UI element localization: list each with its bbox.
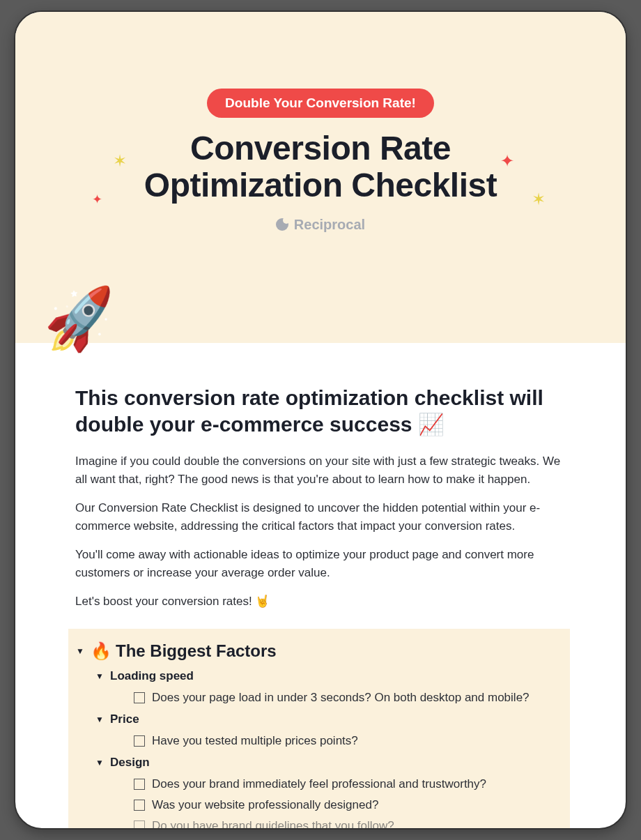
checkbox-icon[interactable] <box>134 692 145 703</box>
section-title-text: The Biggest Factors <box>116 641 277 661</box>
sparkle-icon: ✶ <box>532 190 546 209</box>
chevron-down-icon: ▼ <box>75 646 85 656</box>
checklist-section: ▼ 🔥 The Biggest Factors ▼ Loading speed … <box>68 629 570 830</box>
intro-paragraph: Our Conversion Rate Checklist is designe… <box>75 499 563 535</box>
checklist-item-text: Have you tested multiple prices points? <box>152 734 358 748</box>
section-toggle[interactable]: ▼ 🔥 The Biggest Factors <box>75 637 563 665</box>
checklist-item-text: Does your brand immediately feel profess… <box>152 777 486 791</box>
subsection: ▼ Price Have you tested multiple prices … <box>95 708 563 751</box>
checklist-item[interactable]: Does your brand immediately feel profess… <box>134 774 563 795</box>
fire-icon: 🔥 <box>91 641 111 661</box>
sparkle-icon: ✶ <box>113 151 127 171</box>
intro-paragraph: You'll come away with actionable ideas t… <box>75 546 563 581</box>
fade-cutoff <box>15 800 626 828</box>
sparkle-icon: ✦ <box>500 151 514 171</box>
checklist-item[interactable]: Does your page load in under 3 seconds? … <box>134 687 563 708</box>
subsection: ▼ Loading speed Does your page load in u… <box>95 665 563 708</box>
subsection-toggle[interactable]: ▼ Design <box>95 751 563 774</box>
intro-headline: This conversion rate optimization checkl… <box>75 385 563 437</box>
section-title: 🔥 The Biggest Factors <box>91 641 277 661</box>
rocket-icon: 🚀 <box>41 288 119 353</box>
chevron-down-icon: ▼ <box>95 671 105 681</box>
document-frame: Double Your Conversion Rate! Conversion … <box>14 10 627 830</box>
subsection-title: Loading speed <box>110 669 194 683</box>
intro-paragraph: Imagine if you could double the conversi… <box>75 452 563 488</box>
chevron-down-icon: ▼ <box>95 758 105 768</box>
content-area: This conversion rate optimization checkl… <box>15 343 626 830</box>
subsection-title: Design <box>110 756 150 770</box>
sparkle-icon: ✦ <box>92 192 102 207</box>
brand-name: Reciprocal <box>294 217 365 233</box>
subsection-title: Price <box>110 712 139 726</box>
brand-row: Reciprocal <box>276 217 365 233</box>
subsection-toggle[interactable]: ▼ Price <box>95 708 563 731</box>
hero-title-line2: Optimization Checklist <box>144 167 497 204</box>
checkbox-icon[interactable] <box>134 779 145 790</box>
checklist-item[interactable]: Have you tested multiple prices points? <box>134 731 563 751</box>
intro-paragraph: Let's boost your conversion rates! 🤘 <box>75 593 563 611</box>
hero-title-line1: Conversion Rate <box>190 130 451 167</box>
chevron-down-icon: ▼ <box>95 715 105 724</box>
hero-pill: Double Your Conversion Rate! <box>207 89 434 118</box>
checklist-item-text: Does your page load in under 3 seconds? … <box>152 691 530 705</box>
brand-logo-icon <box>276 218 288 231</box>
subsection-toggle[interactable]: ▼ Loading speed <box>95 665 563 687</box>
checkbox-icon[interactable] <box>134 735 145 747</box>
hero-banner: Double Your Conversion Rate! Conversion … <box>15 12 626 343</box>
